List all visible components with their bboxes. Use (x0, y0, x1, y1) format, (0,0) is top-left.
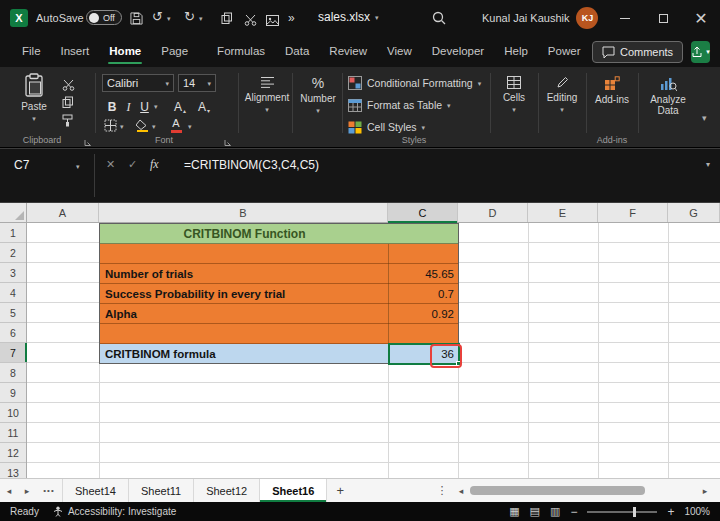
excel-app-icon[interactable]: X (10, 9, 28, 27)
tab-view[interactable]: View (377, 36, 422, 67)
row-header-6[interactable]: 6 (0, 323, 26, 343)
zoom-out-icon[interactable]: − (570, 505, 577, 519)
tab-bar-menu-icon[interactable]: ⋮ (432, 479, 452, 502)
conditional-formatting-button[interactable]: Conditional Formatting ▾ (348, 74, 481, 92)
bold-button[interactable]: B (104, 96, 120, 114)
column-header-e[interactable]: E (528, 203, 598, 222)
sheet-nav-left-icon[interactable]: ◂ (0, 479, 18, 502)
ribbon-options-icon[interactable]: ▾ (702, 115, 707, 122)
minimize-button[interactable] (606, 0, 644, 36)
row-header-4[interactable]: 4 (0, 283, 26, 303)
cell-b3[interactable]: Number of trials (100, 264, 389, 284)
editing-button[interactable]: Editing ▾ (542, 76, 582, 113)
tab-page-layout[interactable]: Page Layout (151, 36, 207, 67)
underline-dropdown-icon[interactable]: ▾ (154, 103, 158, 110)
undo-icon[interactable]: ↺ (152, 10, 163, 23)
row-header-2[interactable]: 2 (0, 243, 26, 263)
sheet-tab-sheet16[interactable]: Sheet16 (260, 479, 327, 502)
decrease-font-size-button[interactable]: A▾ (194, 96, 214, 114)
zoom-slider-thumb[interactable] (633, 507, 636, 517)
underline-button[interactable]: U (137, 96, 152, 114)
sheet-tab-sheet12[interactable]: Sheet12 (194, 479, 260, 502)
share-button[interactable]: ▾ (691, 41, 710, 63)
accessibility-checker[interactable]: Accessibility: Investigate (53, 506, 176, 517)
cell-c3[interactable]: 45.65 (389, 264, 458, 284)
fill-color-button[interactable] (136, 118, 149, 136)
column-header-f[interactable]: F (598, 203, 668, 222)
cells-button[interactable]: Cells ▾ (494, 76, 534, 113)
cell-c4[interactable]: 0.7 (389, 284, 458, 304)
zoom-level[interactable]: 100% (684, 506, 710, 517)
scrollbar-thumb[interactable] (470, 486, 645, 495)
cell-b5[interactable]: Alpha (100, 304, 389, 324)
tab-developer[interactable]: Developer (422, 36, 494, 67)
redo-icon[interactable]: ↻ (184, 10, 195, 23)
save-icon[interactable] (130, 11, 143, 29)
tab-file[interactable]: File (12, 36, 51, 67)
close-button[interactable]: ✕ (682, 0, 720, 36)
undo-dropdown-icon[interactable]: ▾ (167, 15, 171, 22)
tab-power-pivot[interactable]: Power Pivot (538, 36, 592, 67)
cut-icon[interactable] (244, 12, 257, 30)
fill-color-dropdown-icon[interactable]: ▾ (152, 123, 156, 130)
cell-b7[interactable]: CRITBINOM formula (100, 344, 389, 364)
number-button[interactable]: % Number ▾ (296, 76, 340, 114)
cell-c5[interactable]: 0.92 (389, 304, 458, 324)
row-header-5[interactable]: 5 (0, 303, 26, 323)
font-size-select[interactable]: 14 ▾ (178, 74, 216, 92)
italic-button[interactable]: I (122, 96, 135, 114)
all-sheets-icon[interactable]: ••• (36, 479, 62, 502)
format-as-table-button[interactable]: Format as Table ▾ (348, 96, 451, 114)
row-header-11[interactable]: 11 (0, 423, 26, 443)
cut-button[interactable] (62, 77, 75, 95)
alignment-button[interactable]: Alignment ▾ (244, 76, 290, 113)
font-color-dropdown-icon[interactable]: ▾ (188, 123, 192, 130)
column-header-a[interactable]: A (27, 203, 99, 222)
account-button[interactable]: Kunal Jai Kaushik KJ (482, 7, 598, 29)
tab-help[interactable]: Help (494, 36, 538, 67)
enter-icon[interactable]: ✓ (128, 158, 137, 171)
row-header-10[interactable]: 10 (0, 403, 26, 423)
font-color-button[interactable]: A (168, 116, 184, 134)
formula-bar-expand-icon[interactable]: ▾ (706, 161, 710, 168)
row-header-13[interactable]: 13 (0, 463, 26, 478)
scroll-left-icon[interactable]: ◂ (452, 486, 470, 496)
row-header-1[interactable]: 1 (0, 223, 26, 243)
tab-review[interactable]: Review (319, 36, 377, 67)
comments-button[interactable]: Comments (592, 41, 683, 63)
select-all-corner[interactable] (0, 203, 27, 222)
tab-home[interactable]: Home (99, 36, 151, 67)
page-layout-view-icon[interactable]: ▤ (530, 505, 540, 518)
row-header-3[interactable]: 3 (0, 263, 26, 283)
column-header-c[interactable]: C (388, 203, 458, 222)
tab-data[interactable]: Data (275, 36, 319, 67)
sheet-nav-right-icon[interactable]: ▸ (18, 479, 36, 502)
cell-b1-merged[interactable]: CRITBINOM Function (100, 224, 458, 244)
row-header-12[interactable]: 12 (0, 443, 26, 463)
sheet-tab-sheet14[interactable]: Sheet14 (62, 479, 129, 502)
name-box-dropdown-icon[interactable]: ▾ (76, 163, 80, 170)
cell-styles-button[interactable]: Cell Styles ▾ (348, 118, 425, 136)
grid-body[interactable]: CRITBINOM Function Number of trials 45.6… (27, 223, 720, 478)
name-box[interactable]: C7 (14, 158, 29, 172)
borders-dropdown-icon[interactable]: ▾ (120, 123, 124, 130)
zoom-in-icon[interactable]: + (667, 505, 674, 519)
autosave-toggle[interactable]: Off (86, 10, 122, 25)
font-name-select[interactable]: Calibri ▾ (102, 74, 174, 92)
picture-icon[interactable] (266, 12, 279, 30)
row-header-8[interactable]: 8 (0, 363, 26, 383)
scrollbar-track[interactable] (470, 485, 696, 496)
sheet-tab-sheet11[interactable]: Sheet11 (129, 479, 194, 502)
normal-view-icon[interactable]: ▦ (509, 505, 519, 518)
row-header-9[interactable]: 9 (0, 383, 26, 403)
column-header-b[interactable]: B (99, 203, 388, 222)
row-header-7[interactable]: 7 (0, 343, 26, 363)
copy-icon[interactable] (221, 11, 233, 29)
format-painter-button[interactable] (62, 113, 73, 131)
scroll-right-icon[interactable]: ▸ (696, 486, 714, 496)
paste-button[interactable]: Paste ▾ (12, 73, 56, 122)
increase-font-size-button[interactable]: A▴ (170, 96, 190, 114)
tab-formulas[interactable]: Formulas (207, 36, 275, 67)
borders-button[interactable] (104, 118, 117, 136)
cancel-icon[interactable]: ✕ (106, 158, 115, 171)
